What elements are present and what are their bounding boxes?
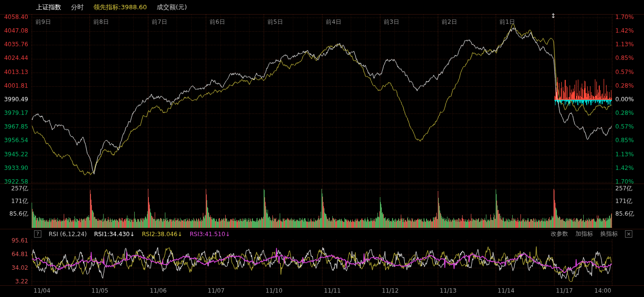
rsi3-value: RSI3:41.510↓: [190, 231, 230, 238]
time-label: 11/05: [91, 287, 108, 294]
trading-app-window: 上证指数 分时 领先指标:3988.60 成交额(元) ↕ 4058.40 40…: [0, 0, 644, 297]
price-axis-label: 4058.40: [4, 14, 28, 20]
volume-axis-left: 257亿 171亿 85.6亿: [0, 186, 30, 217]
price-axis-label: 3922.58: [4, 179, 28, 185]
day-label: 前8日: [93, 18, 109, 26]
pct-axis-label: 1.13%: [615, 151, 634, 158]
day-label: 前5日: [268, 18, 283, 26]
rsi-axis-label: 34.02: [12, 265, 28, 271]
day-label: 前6日: [210, 18, 225, 26]
price-axis-label: 3945.22: [4, 151, 28, 158]
percent-axis-right: 1.70% 1.42% 1.13% 0.85% 0.57% 0.28% 0.00…: [614, 14, 643, 185]
tab-minute-chart[interactable]: 分时: [71, 3, 84, 12]
price-axis-label: 4024.44: [4, 55, 28, 61]
close-icon[interactable]: ×: [625, 230, 632, 238]
price-axis-label: 3979.17: [4, 110, 28, 116]
price-axis-label: 4035.76: [4, 41, 28, 48]
chart-canvas[interactable]: [0, 0, 644, 297]
rsi2-value: RSI2:38.046↓: [142, 231, 182, 238]
time-label: 11/07: [208, 287, 225, 294]
pct-axis-label: 1.42%: [615, 165, 634, 171]
time-label: 11/17: [556, 287, 573, 294]
rsi-params-label[interactable]: RSI (6,12,24): [49, 231, 87, 238]
time-label: 14:00: [594, 287, 611, 294]
pct-axis-label: 0.00%: [615, 96, 634, 103]
price-axis-label: 4001.81: [4, 83, 28, 89]
add-indicator-button[interactable]: 加指标: [575, 230, 593, 238]
rsi-axis-label: 95.61: [12, 238, 28, 244]
time-label: 11/11: [324, 287, 341, 294]
rsi-header: ? RSI (6,12,24) RSI1:34.430↓ RSI2:38.046…: [34, 230, 632, 238]
price-axis-label: 4013.13: [4, 69, 28, 75]
rsi1-value: RSI1:34.430↓: [94, 231, 134, 238]
rsi-axis-label: 3.22: [15, 278, 28, 285]
day-label: 前2日: [442, 18, 457, 26]
day-label: 前9日: [36, 18, 51, 26]
pct-axis-label: 0.85%: [615, 137, 634, 144]
switch-indicator-button[interactable]: 换指标: [600, 230, 618, 238]
rsi-axis-left: 95.61 64.81 34.02 3.22: [0, 238, 30, 285]
day-label: 前7日: [152, 18, 167, 26]
pct-axis-label: 0.57%: [615, 124, 634, 130]
pane-resize-icon[interactable]: ↕: [551, 12, 556, 19]
time-label: 11/10: [266, 287, 283, 294]
time-label: 11/06: [150, 287, 167, 294]
price-axis-left: 4058.40 4047.08 4035.76 4024.44 4013.13 …: [0, 14, 30, 185]
pct-axis-label: 1.70%: [615, 179, 634, 185]
pct-axis-label: 1.13%: [615, 41, 634, 48]
symbol-name: 上证指数: [36, 3, 61, 12]
pct-axis-label: 1.42%: [615, 28, 634, 34]
time-label: 11/13: [440, 287, 457, 294]
price-axis-label: 3967.85: [4, 124, 28, 130]
time-label: 11/12: [382, 287, 399, 294]
volume-axis-label: 257亿: [11, 186, 28, 192]
leading-indicator-value: 领先指标:3988.60: [93, 3, 147, 12]
header: 上证指数 分时 领先指标:3988.60 成交额(元): [36, 3, 187, 12]
volume-axis-right: 257亿 171亿 85.6亿: [614, 186, 643, 217]
price-axis-label: 3956.54: [4, 137, 28, 144]
turnover-label: 成交额(元): [157, 3, 187, 12]
time-label: 11/14: [498, 287, 515, 294]
time-label: 11/04: [34, 287, 51, 294]
day-label: 前1日: [500, 18, 515, 26]
price-axis-label: 4047.08: [4, 28, 28, 34]
pct-axis-label: 0.85%: [615, 55, 634, 61]
price-axis-label: 3933.90: [4, 165, 28, 171]
volume-axis-label: 171亿: [11, 198, 28, 204]
price-axis-label: 3990.49: [4, 96, 28, 103]
change-params-button[interactable]: 改参数: [551, 230, 568, 238]
pct-axis-label: 0.28%: [615, 110, 634, 116]
volume-axis-label: 85.6亿: [615, 211, 634, 217]
pct-axis-label: 0.57%: [615, 69, 634, 75]
rsi-axis-label: 64.81: [12, 251, 28, 258]
pct-axis-label: 0.28%: [615, 83, 634, 89]
help-icon[interactable]: ?: [34, 230, 41, 238]
pct-axis-label: 1.70%: [615, 14, 634, 20]
volume-axis-label: 257亿: [615, 186, 632, 192]
day-label: 前4日: [326, 18, 341, 26]
volume-axis-label: 171亿: [615, 198, 632, 204]
day-label: 前3日: [384, 18, 399, 26]
volume-axis-label: 85.6亿: [9, 211, 28, 217]
